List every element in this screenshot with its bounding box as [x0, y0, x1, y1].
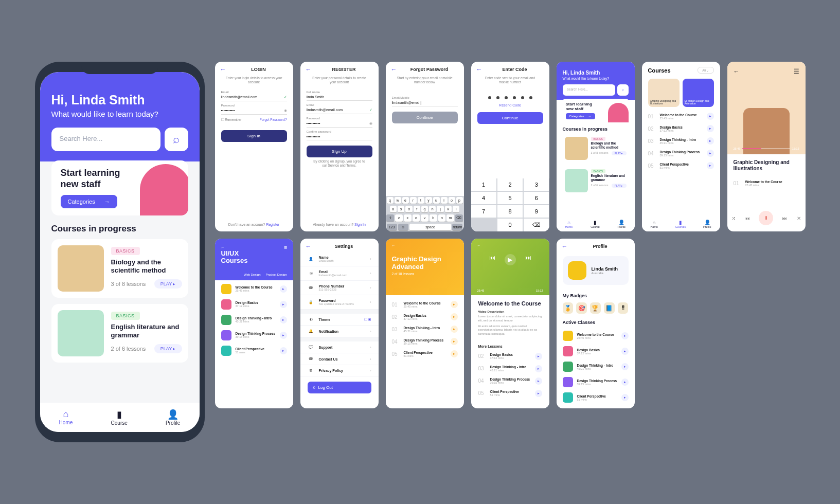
tab-profile[interactable]: 👤Profile: [703, 220, 711, 228]
lesson-item[interactable]: Design Basics37:12 mins▸: [563, 344, 629, 359]
search-input[interactable]: Search Here...: [51, 128, 160, 151]
lesson-item[interactable]: 03Design Thinking - Intro45:21 mins▸: [392, 323, 458, 335]
lesson-item[interactable]: Design Thinking - Intro45:21 mins▸: [563, 359, 629, 374]
lesson-item[interactable]: Client Perspective51 mins▸: [563, 390, 629, 405]
key-o[interactable]: o: [449, 197, 455, 204]
filter-dropdown[interactable]: All ⌄: [698, 67, 713, 74]
email-mobile-input[interactable]: lindasmith@emai |: [392, 99, 458, 106]
tab-product-design[interactable]: Product Design: [265, 273, 287, 276]
next-icon[interactable]: ⏭: [782, 215, 788, 221]
play-icon[interactable]: ▸: [535, 353, 542, 360]
key-z[interactable]: z: [395, 214, 403, 222]
theme-toggle[interactable]: ▢▣: [364, 317, 371, 321]
play-icon[interactable]: ▸: [280, 316, 287, 323]
email-input[interactable]: lindasmith@email.com✓: [221, 94, 287, 101]
play-icon[interactable]: ▸: [280, 332, 287, 339]
setting-support[interactable]: 💬Support›: [300, 341, 379, 353]
lesson-item[interactable]: Client Perspective51 mins▸: [221, 343, 287, 358]
key-j[interactable]: j: [437, 206, 443, 212]
numkey-4[interactable]: 4: [471, 192, 496, 204]
prev-icon[interactable]: ⏮: [489, 254, 495, 265]
lesson-item[interactable]: 05Client Perspective51 mins▸: [392, 348, 458, 360]
lesson-item[interactable]: 05Client Perspective51 mins▸: [648, 159, 714, 172]
password-input[interactable]: •••••••••••◉: [221, 107, 287, 115]
setting-notification[interactable]: 🔔Notification›: [300, 326, 379, 337]
progress-bar[interactable]: 25:4515:12: [734, 147, 799, 150]
key-☺[interactable]: ☺: [398, 224, 408, 230]
confirm-input[interactable]: •••••••••••: [307, 133, 372, 140]
key-return[interactable]: return: [452, 224, 462, 230]
key-s[interactable]: s: [398, 206, 404, 212]
lesson-item[interactable]: 04Design Thinking Process39:15 mins▸: [648, 147, 714, 159]
setting-contact[interactable]: ☎Contact Us›: [300, 353, 379, 365]
play-icon[interactable]: ▸: [621, 379, 629, 386]
play-icon[interactable]: ▸: [451, 350, 458, 357]
numkey-1[interactable]: 1: [471, 178, 496, 191]
key-m[interactable]: m: [446, 214, 454, 222]
play-icon[interactable]: ▸: [621, 332, 629, 339]
tab-profile[interactable]: 👤Profile: [166, 409, 180, 426]
lesson-item[interactable]: 01Welcome to the Course25:45 mins▸: [648, 110, 714, 122]
key-x[interactable]: x: [404, 214, 412, 222]
key-⌫[interactable]: ⌫: [455, 214, 463, 222]
key-p[interactable]: p: [456, 197, 463, 204]
tab-home[interactable]: ⌂Home: [59, 409, 73, 426]
search-input[interactable]: Search Here...: [563, 84, 615, 96]
promo-card[interactable]: Start learningnew staff Categories→: [562, 99, 630, 122]
key-k[interactable]: k: [445, 206, 452, 212]
back-icon[interactable]: ←: [734, 68, 740, 75]
key-u[interactable]: u: [433, 197, 440, 204]
logout-button[interactable]: ⎋Log Out: [308, 382, 371, 393]
lesson-item[interactable]: 02Design Basics37:12 mins▸: [478, 350, 542, 363]
play-icon[interactable]: ▸: [707, 162, 714, 169]
key-l[interactable]: l: [453, 206, 459, 212]
play-icon[interactable]: ▸: [280, 347, 287, 354]
menu-icon[interactable]: ☰: [284, 246, 287, 250]
lesson-item[interactable]: Design Thinking Process39:15 mins▸: [563, 374, 629, 390]
sign-in-button[interactable]: Sign In: [221, 130, 287, 142]
play-button[interactable]: PLAY ▸: [612, 151, 627, 155]
key-123[interactable]: 123: [387, 224, 397, 230]
play-icon[interactable]: ▸: [535, 365, 542, 372]
lesson-item[interactable]: 01Welcome to the Course25:45 mins▸: [392, 298, 458, 311]
setting-name[interactable]: 👤NameLinda Smith›: [300, 252, 379, 266]
forgot-link[interactable]: Forgot Password?: [260, 118, 287, 122]
key-w[interactable]: w: [395, 197, 401, 204]
tab-courses[interactable]: ▮Courses: [675, 220, 686, 228]
numkey-2[interactable]: 2: [497, 178, 523, 191]
setting-privacy[interactable]: ⛨Privacy Policy›: [300, 365, 379, 376]
play-icon[interactable]: ▸: [707, 125, 714, 132]
lesson-item[interactable]: Welcome to the Course25:45 mins▸: [221, 281, 287, 297]
play-icon[interactable]: ▸: [621, 348, 629, 355]
lesson-item[interactable]: 02Design Basics37:12 mins▸: [392, 311, 458, 323]
back-icon[interactable]: ←: [392, 244, 396, 247]
play-icon[interactable]: ▸: [621, 394, 629, 401]
tab-home[interactable]: ⌂Home: [565, 220, 573, 228]
lesson-item[interactable]: 03Design Thinking - Intro45:21 mins▸: [478, 363, 542, 375]
lesson-item[interactable]: Design Basics37:12 mins▸: [221, 297, 287, 312]
password-input[interactable]: •••••••••••◉: [307, 120, 372, 128]
key-d[interactable]: d: [405, 206, 412, 212]
lesson-item[interactable]: 02Design Basics37:12 mins▸: [648, 122, 714, 135]
lesson-item[interactable]: Welcome to the Course25:45 mins▸: [563, 328, 629, 344]
play-icon[interactable]: ▸: [535, 390, 542, 397]
numkey-8[interactable]: 8: [497, 205, 523, 218]
key-a[interactable]: a: [390, 206, 397, 212]
search-button[interactable]: ⌕: [617, 84, 629, 96]
numkey-6[interactable]: 6: [524, 192, 549, 204]
key-b[interactable]: b: [430, 214, 437, 222]
play-icon[interactable]: ▸: [451, 301, 458, 308]
key-h[interactable]: h: [429, 206, 436, 212]
back-icon[interactable]: ←: [391, 66, 397, 73]
email-input[interactable]: lindasmith@email.com✓: [307, 106, 372, 114]
shuffle-icon[interactable]: ⤮: [731, 215, 736, 221]
course-card-english[interactable]: BASICS English literature and grammar 2 …: [51, 304, 188, 363]
play-icon[interactable]: ▸: [451, 338, 458, 345]
lesson-item[interactable]: 04Design Thinking Process39:15 mins▸: [392, 335, 458, 348]
play-icon[interactable]: ▸: [707, 113, 714, 120]
tab-web-design[interactable]: Web Design: [244, 273, 261, 276]
key-i[interactable]: i: [441, 197, 448, 204]
play-icon[interactable]: ▸: [707, 137, 714, 145]
categories-button[interactable]: Categories→: [566, 113, 595, 119]
key-q[interactable]: q: [387, 197, 394, 204]
